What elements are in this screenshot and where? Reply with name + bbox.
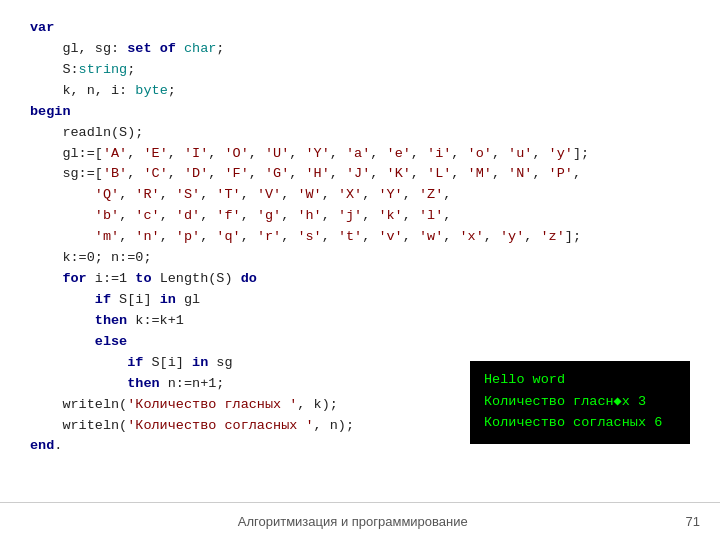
code-line: S:string; xyxy=(30,60,690,81)
terminal-line-1: Hello word xyxy=(484,369,676,391)
footer-title: Алгоритмизация и программирование xyxy=(20,514,686,529)
code-line: k, n, i: byte; xyxy=(30,81,690,102)
code-line: begin xyxy=(30,102,690,123)
terminal-line-2: Количество гласн◆х 3 xyxy=(484,391,676,413)
footer-page: 71 xyxy=(686,514,700,529)
code-line: sg:=['B', 'C', 'D', 'F', 'G', 'H', 'J', … xyxy=(30,164,690,185)
code-line: for i:=1 to Length(S) do xyxy=(30,269,690,290)
code-line: if S[i] in gl xyxy=(30,290,690,311)
footer-bar: Алгоритмизация и программирование 71 xyxy=(0,502,720,540)
code-line: readln(S); xyxy=(30,123,690,144)
terminal-line-3: Количество согласных 6 xyxy=(484,412,676,434)
code-line: k:=0; n:=0; xyxy=(30,248,690,269)
terminal-box: Hello word Количество гласн◆х 3 Количест… xyxy=(470,361,690,444)
code-line: var xyxy=(30,18,690,39)
slide-container: var gl, sg: set of char; S:string; k, n,… xyxy=(0,0,720,540)
code-line: 'b', 'c', 'd', 'f', 'g', 'h', 'j', 'k', … xyxy=(30,206,690,227)
code-line: 'm', 'n', 'p', 'q', 'r', 's', 't', 'v', … xyxy=(30,227,690,248)
code-line: else xyxy=(30,332,690,353)
code-line: gl, sg: set of char; xyxy=(30,39,690,60)
code-line: gl:=['A', 'E', 'I', 'O', 'U', 'Y', 'a', … xyxy=(30,144,690,165)
code-line: then k:=k+1 xyxy=(30,311,690,332)
code-line: 'Q', 'R', 'S', 'T', 'V', 'W', 'X', 'Y', … xyxy=(30,185,690,206)
code-area: var gl, sg: set of char; S:string; k, n,… xyxy=(0,0,720,502)
